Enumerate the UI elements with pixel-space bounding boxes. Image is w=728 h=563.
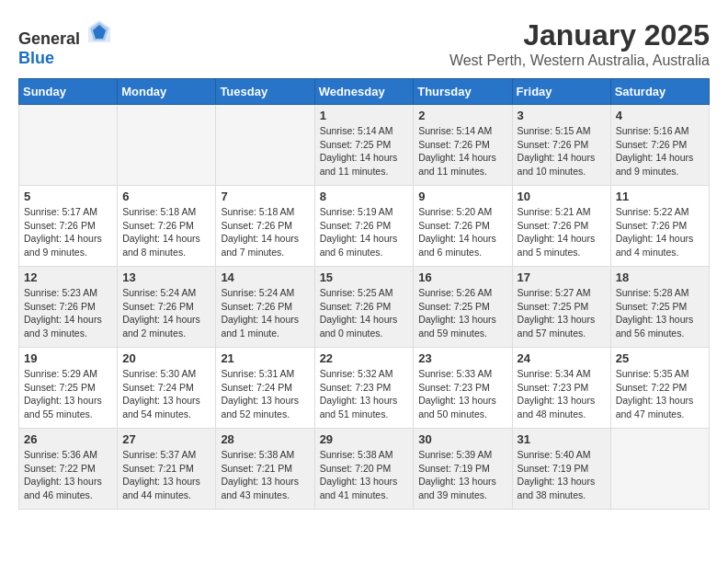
day-number: 21: [221, 351, 309, 365]
day-info: Sunrise: 5:26 AM Sunset: 7:25 PM Dayligh…: [418, 286, 506, 340]
calendar-cell: 29Sunrise: 5:38 AM Sunset: 7:20 PM Dayli…: [314, 429, 414, 510]
day-info: Sunrise: 5:22 AM Sunset: 7:26 PM Dayligh…: [616, 205, 704, 259]
day-number: 20: [122, 351, 210, 365]
day-info: Sunrise: 5:31 AM Sunset: 7:24 PM Dayligh…: [221, 367, 309, 421]
day-number: 10: [518, 190, 606, 203]
calendar-cell: 11Sunrise: 5:22 AM Sunset: 7:26 PM Dayli…: [610, 186, 709, 267]
calendar-cell: 1Sunrise: 5:14 AM Sunset: 7:25 PM Daylig…: [314, 105, 414, 186]
calendar-cell: [610, 429, 709, 510]
weekday-header: Monday: [118, 79, 216, 105]
weekday-header: Wednesday: [314, 79, 414, 105]
calendar-week-row: 12Sunrise: 5:23 AM Sunset: 7:26 PM Dayli…: [19, 267, 710, 348]
day-info: Sunrise: 5:14 AM Sunset: 7:26 PM Dayligh…: [418, 124, 506, 178]
calendar-cell: [19, 105, 118, 186]
day-info: Sunrise: 5:37 AM Sunset: 7:21 PM Dayligh…: [122, 448, 210, 502]
calendar-cell: 6Sunrise: 5:18 AM Sunset: 7:26 PM Daylig…: [118, 186, 216, 267]
day-number: 23: [418, 351, 506, 365]
calendar-cell: 14Sunrise: 5:24 AM Sunset: 7:26 PM Dayli…: [216, 267, 314, 348]
day-number: 14: [221, 270, 309, 284]
day-info: Sunrise: 5:24 AM Sunset: 7:26 PM Dayligh…: [221, 286, 309, 340]
day-number: 28: [221, 432, 309, 446]
calendar-cell: 25Sunrise: 5:35 AM Sunset: 7:22 PM Dayli…: [610, 348, 709, 429]
day-number: 25: [616, 351, 704, 365]
calendar-week-row: 26Sunrise: 5:36 AM Sunset: 7:22 PM Dayli…: [19, 429, 710, 510]
calendar-cell: 15Sunrise: 5:25 AM Sunset: 7:26 PM Dayli…: [314, 267, 414, 348]
day-info: Sunrise: 5:35 AM Sunset: 7:22 PM Dayligh…: [616, 367, 704, 421]
weekday-header: Tuesday: [216, 79, 314, 105]
day-info: Sunrise: 5:38 AM Sunset: 7:20 PM Dayligh…: [320, 448, 409, 502]
day-number: 1: [320, 109, 409, 122]
day-number: 8: [320, 190, 409, 203]
day-number: 29: [320, 432, 409, 446]
day-number: 2: [418, 109, 506, 122]
calendar-cell: 2Sunrise: 5:14 AM Sunset: 7:26 PM Daylig…: [414, 105, 512, 186]
day-info: Sunrise: 5:17 AM Sunset: 7:26 PM Dayligh…: [24, 205, 112, 259]
calendar-cell: 27Sunrise: 5:37 AM Sunset: 7:21 PM Dayli…: [118, 429, 216, 510]
day-number: 17: [518, 270, 606, 284]
day-info: Sunrise: 5:18 AM Sunset: 7:26 PM Dayligh…: [122, 205, 210, 259]
calendar-cell: 22Sunrise: 5:32 AM Sunset: 7:23 PM Dayli…: [314, 348, 414, 429]
day-number: 15: [320, 270, 409, 284]
calendar-cell: 13Sunrise: 5:24 AM Sunset: 7:26 PM Dayli…: [118, 267, 216, 348]
day-info: Sunrise: 5:14 AM Sunset: 7:25 PM Dayligh…: [320, 124, 409, 178]
day-info: Sunrise: 5:15 AM Sunset: 7:26 PM Dayligh…: [518, 124, 606, 178]
calendar-cell: 19Sunrise: 5:29 AM Sunset: 7:25 PM Dayli…: [19, 348, 118, 429]
day-info: Sunrise: 5:38 AM Sunset: 7:21 PM Dayligh…: [221, 448, 309, 502]
day-number: 31: [518, 432, 606, 446]
calendar-cell: 8Sunrise: 5:19 AM Sunset: 7:26 PM Daylig…: [314, 186, 414, 267]
page-header: General Blue January 2025 West Perth, We…: [18, 18, 710, 69]
day-info: Sunrise: 5:21 AM Sunset: 7:26 PM Dayligh…: [518, 205, 606, 259]
logo-text: General Blue: [18, 18, 112, 68]
day-info: Sunrise: 5:36 AM Sunset: 7:22 PM Dayligh…: [24, 448, 112, 502]
calendar-header-row: SundayMondayTuesdayWednesdayThursdayFrid…: [19, 79, 710, 105]
calendar-cell: [118, 105, 216, 186]
weekday-header: Thursday: [414, 79, 512, 105]
calendar-week-row: 5Sunrise: 5:17 AM Sunset: 7:26 PM Daylig…: [19, 186, 710, 267]
day-number: 27: [122, 432, 210, 446]
calendar-cell: 5Sunrise: 5:17 AM Sunset: 7:26 PM Daylig…: [19, 186, 118, 267]
day-number: 13: [122, 270, 210, 284]
day-number: 11: [616, 190, 704, 203]
day-number: 18: [616, 270, 704, 284]
day-number: 30: [418, 432, 506, 446]
calendar-cell: 26Sunrise: 5:36 AM Sunset: 7:22 PM Dayli…: [19, 429, 118, 510]
day-number: 9: [418, 190, 506, 203]
calendar-cell: 4Sunrise: 5:16 AM Sunset: 7:26 PM Daylig…: [610, 105, 709, 186]
calendar-week-row: 1Sunrise: 5:14 AM Sunset: 7:25 PM Daylig…: [19, 105, 710, 186]
day-number: 22: [320, 351, 409, 365]
day-number: 26: [24, 432, 112, 446]
calendar-cell: 18Sunrise: 5:28 AM Sunset: 7:25 PM Dayli…: [610, 267, 709, 348]
day-number: 24: [518, 351, 606, 365]
day-number: 16: [418, 270, 506, 284]
day-info: Sunrise: 5:30 AM Sunset: 7:24 PM Dayligh…: [122, 367, 210, 421]
day-number: 3: [518, 109, 606, 122]
day-info: Sunrise: 5:32 AM Sunset: 7:23 PM Dayligh…: [320, 367, 409, 421]
day-number: 5: [24, 190, 112, 203]
calendar-cell: 12Sunrise: 5:23 AM Sunset: 7:26 PM Dayli…: [19, 267, 118, 348]
calendar-cell: 31Sunrise: 5:40 AM Sunset: 7:19 PM Dayli…: [512, 429, 610, 510]
calendar-week-row: 19Sunrise: 5:29 AM Sunset: 7:25 PM Dayli…: [19, 348, 710, 429]
weekday-header: Friday: [512, 79, 610, 105]
logo: General Blue: [18, 18, 112, 68]
weekday-header: Saturday: [610, 79, 709, 105]
calendar-cell: 17Sunrise: 5:27 AM Sunset: 7:25 PM Dayli…: [512, 267, 610, 348]
day-number: 7: [221, 190, 309, 203]
calendar-cell: 30Sunrise: 5:39 AM Sunset: 7:19 PM Dayli…: [414, 429, 512, 510]
title-block: January 2025 West Perth, Western Austral…: [449, 18, 710, 69]
calendar-cell: 21Sunrise: 5:31 AM Sunset: 7:24 PM Dayli…: [216, 348, 314, 429]
calendar-cell: 20Sunrise: 5:30 AM Sunset: 7:24 PM Dayli…: [118, 348, 216, 429]
day-number: 12: [24, 270, 112, 284]
calendar-cell: 7Sunrise: 5:18 AM Sunset: 7:26 PM Daylig…: [216, 186, 314, 267]
day-info: Sunrise: 5:40 AM Sunset: 7:19 PM Dayligh…: [518, 448, 606, 502]
day-info: Sunrise: 5:39 AM Sunset: 7:19 PM Dayligh…: [418, 448, 506, 502]
day-info: Sunrise: 5:24 AM Sunset: 7:26 PM Dayligh…: [122, 286, 210, 340]
calendar-cell: [216, 105, 314, 186]
location-subtitle: West Perth, Western Australia, Australia: [449, 52, 710, 69]
weekday-header: Sunday: [19, 79, 118, 105]
calendar-cell: 16Sunrise: 5:26 AM Sunset: 7:25 PM Dayli…: [414, 267, 512, 348]
month-title: January 2025: [449, 18, 710, 52]
day-info: Sunrise: 5:16 AM Sunset: 7:26 PM Dayligh…: [616, 124, 704, 178]
calendar-table: SundayMondayTuesdayWednesdayThursdayFrid…: [18, 78, 710, 510]
day-info: Sunrise: 5:25 AM Sunset: 7:26 PM Dayligh…: [320, 286, 409, 340]
logo-blue: Blue: [18, 49, 54, 67]
